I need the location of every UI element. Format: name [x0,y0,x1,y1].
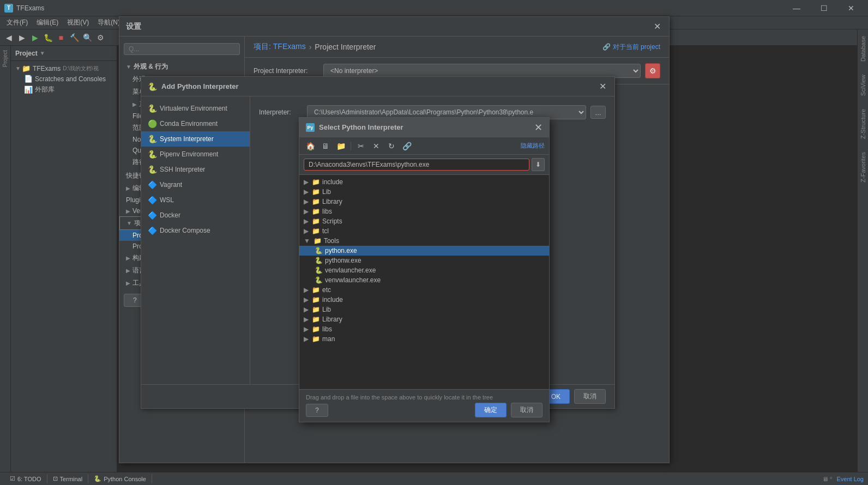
interpreter-gear-button[interactable]: ⚙ [645,63,660,78]
add-dialog-cancel-button[interactable]: 取消 [574,389,606,404]
file-tree-item-tools[interactable]: ▼ 📁 Tools [299,236,549,246]
file-tree-item-etc[interactable]: ▶ 📁 etc [299,285,549,295]
window-title: TFExams [16,4,44,12]
settings-search-input[interactable] [124,43,240,55]
sel-folder-btn[interactable]: 📁 [334,140,347,153]
project-label: Project [15,50,38,57]
breadcrumb-root[interactable]: 项目: TFExams [254,42,306,52]
file-tree-item-libs2[interactable]: ▶ 📁 libs [299,324,549,334]
interp-type-system[interactable]: 🐍 System Interpreter [141,131,250,147]
project-sidebar-tab[interactable]: Project [2,48,9,69]
toolbar-settings-btn[interactable]: ⚙ [94,31,107,44]
file-tree-item-man[interactable]: ▶ 📁 man [299,334,549,344]
interp-type-pipenv[interactable]: 🐍 Pipenv Environment [141,147,250,162]
tree-label-scratches: Scratches and Consoles [35,75,106,83]
file-tree-item-libs1[interactable]: ▶ 📁 libs [299,207,549,216]
toolbar-back-btn[interactable]: ◀ [2,31,15,44]
toolbar-stop-btn[interactable]: ■ [55,31,68,44]
hide-path-link[interactable]: 隐藏路径 [521,142,545,150]
bottom-tab-terminal[interactable]: ⊡ Terminal [47,474,89,483]
file-tree-item-lib2[interactable]: ▶ 📁 Lib [299,305,549,314]
interpreter-browse-button[interactable]: ... [590,106,606,119]
nav-arrow-languages: ▶ [126,268,130,274]
sidebar-right-structure[interactable]: Z-Structure [859,107,867,141]
file-label-tools: Tools [324,237,339,245]
file-label-library2: Library [322,316,342,323]
sel-dialog-title: Select Python Interpreter [319,123,534,131]
file-tree-item-library1[interactable]: ▶ 📁 Library [299,197,549,207]
tree-item-extlib[interactable]: 📊 外部库 [11,84,117,95]
settings-close-button[interactable]: ✕ [652,21,662,32]
folder-arrow-lib2: ▶ [304,306,309,313]
maximize-button[interactable]: ☐ [811,0,836,16]
sel-close-btn[interactable]: ✕ [370,140,383,153]
nav-arrow-vcs: ▶ [126,208,130,214]
sel-link-btn[interactable]: 🔗 [400,140,413,153]
sel-cut-btn[interactable]: ✂ [354,140,367,153]
nav-item-appearance-root[interactable]: ▼ 外观 & 行为 [119,60,244,73]
add-dialog-close-button[interactable]: ✕ [597,81,608,92]
interpreter-config-label: Interpreter: [259,108,303,116]
interp-type-vagrant[interactable]: 🔷 Vagrant [141,177,250,192]
close-button[interactable]: ✕ [839,0,864,16]
file-tree-item-include1[interactable]: ▶ 📁 include [299,177,549,187]
folder-arrow-library2: ▶ [304,316,309,323]
file-tree-item-library2[interactable]: ▶ 📁 Library [299,314,549,324]
project-dropdown-icon[interactable]: ▼ [40,50,45,56]
file-tree-item-pythonw-exe[interactable]: 🐍 pythonw.exe [299,256,549,265]
toolbar-forward-btn[interactable]: ▶ [15,31,28,44]
for-project-link[interactable]: 🔗 对于当前 project [602,43,660,52]
folder-arrow-lib1: ▶ [304,188,309,196]
file-tree-item-python-exe[interactable]: 🐍 python.exe [299,246,549,256]
sel-computer-btn[interactable]: 🖥 [319,140,332,153]
tree-item-tfexams[interactable]: ▼ 📁 TFExams D:\我的文档\视 [11,63,117,74]
interp-type-virtualenv[interactable]: 🐍 Virtualenv Environment [141,101,250,116]
terminal-label: Terminal [60,476,83,482]
sel-cancel-button[interactable]: 取消 [511,403,542,417]
menu-view[interactable]: 视图(V) [63,16,93,29]
sel-refresh-btn[interactable]: ↻ [385,140,398,153]
pipenv-icon: 🐍 [148,150,156,159]
drag-hint: Drag and drop a file into the space abov… [306,394,542,401]
file-label-venvwlauncher: venvwlauncher.exe [325,276,381,284]
sel-dialog-header: Py Select Python Interpreter ✕ [299,118,549,137]
bottom-tab-python-console[interactable]: 🐍 Python Console [88,474,152,483]
interp-type-ssh[interactable]: 🐍 SSH Interpreter [141,162,250,177]
menu-edit[interactable]: 编辑(E) [32,16,63,29]
interp-type-conda[interactable]: 🟢 Conda Environment [141,116,250,131]
sel-home-btn[interactable]: 🏠 [304,140,317,153]
sel-dialog-toolbar: 🏠 🖥 📁 ✂ ✕ ↻ 🔗 隐藏路径 [299,137,549,155]
file-tree-item-lib1[interactable]: ▶ 📁 Lib [299,187,549,197]
file-tree-item-venvlauncher[interactable]: 🐍 venvlauncher.exe [299,265,549,275]
sidebar-right-database[interactable]: Database [859,34,867,64]
project-panel: Project ▼ ▼ 📁 TFExams D:\我的文档\视 📄 Scratc… [11,46,117,485]
interpreter-types-panel: 🐍 Virtualenv Environment 🟢 Conda Environ… [141,96,250,384]
sel-path-input[interactable] [304,159,529,171]
file-tree-item-scripts[interactable]: ▶ 📁 Scripts [299,216,549,226]
sel-ok-button[interactable]: 确定 [475,403,507,417]
sel-help-button[interactable]: ? [306,404,328,417]
sidebar-right-favorites[interactable]: Z-Favorites [859,150,867,185]
interp-type-docker-compose[interactable]: 🔷 Docker Compose [141,223,250,238]
menu-file[interactable]: 文件(F) [2,16,32,29]
interp-type-wsl[interactable]: 🔷 WSL [141,192,250,208]
file-tree-item-include2[interactable]: ▶ 📁 include [299,295,549,305]
file-tree-item-venvwlauncher[interactable]: 🐍 venvwlauncher.exe [299,275,549,285]
tree-item-scratches[interactable]: 📄 Scratches and Consoles [11,74,117,84]
minimize-button[interactable]: — [784,0,809,16]
sidebar-right-sciview[interactable]: SciView [859,72,867,98]
sel-path-download-btn[interactable]: ⬇ [532,158,545,171]
file-label-tcl: tcl [322,227,329,235]
toolbar-run-btn[interactable]: ▶ [28,31,41,44]
python-console-label: Python Console [104,476,146,482]
event-log-label[interactable]: Event Log [836,476,864,482]
settings-dialog-title: 设置 [126,22,652,32]
folder-icon-scripts: 📁 [312,217,320,225]
toolbar-build-btn[interactable]: 🔨 [68,31,81,44]
toolbar-search-btn[interactable]: 🔍 [81,31,94,44]
sel-dialog-close-button[interactable]: ✕ [534,122,542,134]
file-tree-item-tcl[interactable]: ▶ 📁 tcl [299,226,549,236]
toolbar-debug-btn[interactable]: 🐛 [41,31,55,44]
interp-type-docker[interactable]: 🔷 Docker [141,208,250,223]
bottom-tab-todo[interactable]: ☑ 6: TODO [4,474,47,483]
